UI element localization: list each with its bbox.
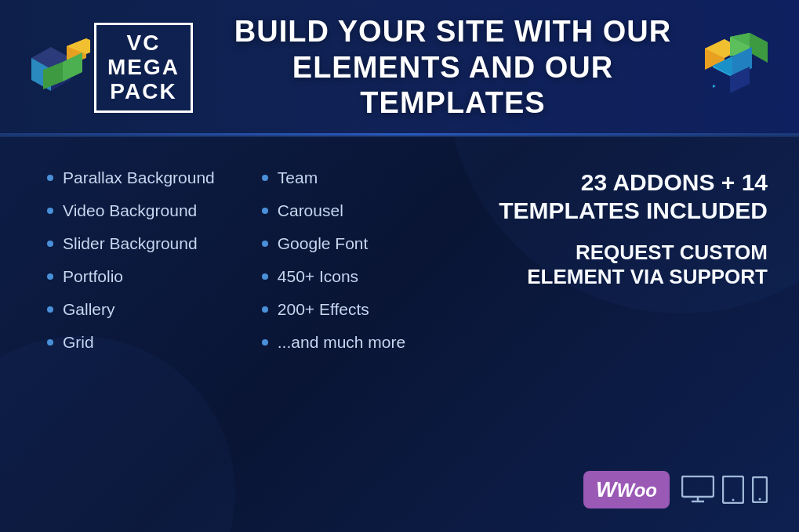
feature-label: ...and much more bbox=[278, 333, 405, 352]
bullet-icon bbox=[262, 339, 268, 346]
svg-marker-12 bbox=[750, 33, 768, 63]
feature-label: Grid bbox=[63, 333, 94, 352]
list-item: 450+ Icons bbox=[262, 267, 419, 286]
feature-label: Video Background bbox=[63, 201, 197, 220]
main-container: VC MEGA PACK BUILD YOUR SITE WITH OUR EL… bbox=[0, 0, 799, 532]
header-title: BUILD YOUR SITE WITH OUR ELEMENTS AND OU… bbox=[224, 14, 681, 121]
feature-column-2: Team Carousel Google Font 450+ Icons bbox=[262, 168, 419, 508]
list-item: Parallax Background bbox=[47, 168, 215, 187]
feature-label: Carousel bbox=[278, 201, 343, 220]
bullet-icon bbox=[262, 241, 268, 247]
stats-text: 23 ADDONS + 14 TEMPLATES INCLUDED REQUES… bbox=[499, 168, 768, 289]
feature-label: 450+ Icons bbox=[278, 267, 358, 286]
feature-label: Gallery bbox=[63, 300, 115, 319]
svg-point-24 bbox=[759, 498, 761, 501]
addons-line2: TEMPLATES INCLUDED bbox=[499, 197, 768, 223]
bullet-icon bbox=[47, 306, 53, 313]
logo-cube-icon bbox=[24, 34, 90, 101]
woo-badge: WWoo bbox=[583, 471, 670, 508]
desktop-icon bbox=[681, 476, 714, 504]
list-item: ...and much more bbox=[262, 333, 419, 352]
request-text: REQUEST CUSTOM ELEMENT VIA SUPPORT bbox=[499, 241, 768, 289]
bottom-icons: WWoo bbox=[583, 471, 768, 508]
bullet-icon bbox=[262, 306, 268, 313]
feature-label: Portfolio bbox=[63, 267, 123, 286]
svg-rect-18 bbox=[682, 476, 714, 497]
logo-pack: PACK bbox=[107, 80, 180, 104]
feature-list-2: Team Carousel Google Font 450+ Icons bbox=[262, 168, 419, 352]
list-item: Slider Background bbox=[47, 234, 215, 253]
feature-list-1: Parallax Background Video Background Sli… bbox=[47, 168, 215, 352]
list-item: 200+ Effects bbox=[262, 300, 419, 319]
request-line1: REQUEST CUSTOM bbox=[576, 241, 768, 264]
request-line2: ELEMENT VIA SUPPORT bbox=[527, 265, 768, 288]
bullet-icon bbox=[262, 175, 268, 181]
list-item: Video Background bbox=[47, 201, 215, 220]
feature-label: Google Font bbox=[278, 234, 369, 253]
feature-label: Parallax Background bbox=[63, 168, 215, 187]
list-item: Google Font bbox=[262, 234, 419, 253]
feature-label: Slider Background bbox=[63, 234, 198, 253]
bullet-icon bbox=[47, 241, 53, 247]
list-item: Team bbox=[262, 168, 419, 187]
bullet-icon bbox=[262, 208, 268, 214]
list-item: Portfolio bbox=[47, 267, 215, 286]
logo-section: VC MEGA PACK bbox=[24, 23, 193, 112]
svg-point-22 bbox=[732, 499, 735, 501]
header-right-logo-icon bbox=[697, 33, 775, 103]
list-item: Gallery bbox=[47, 300, 215, 319]
bullet-icon bbox=[47, 208, 53, 214]
feature-label: 200+ Effects bbox=[278, 300, 369, 319]
features-section: Parallax Background Video Background Sli… bbox=[47, 168, 483, 508]
logo-vc: VC bbox=[107, 31, 180, 56]
bullet-icon bbox=[47, 339, 53, 346]
phone-icon bbox=[752, 476, 768, 503]
feature-column-1: Parallax Background Video Background Sli… bbox=[47, 168, 215, 508]
tablet-icon bbox=[722, 476, 744, 504]
bullet-icon bbox=[47, 175, 53, 181]
header-line1: BUILD YOUR SITE WITH OUR bbox=[234, 15, 671, 48]
bullet-icon bbox=[47, 273, 53, 280]
header: VC MEGA PACK BUILD YOUR SITE WITH OUR EL… bbox=[0, 0, 799, 137]
woo-label: WWoo bbox=[596, 477, 657, 502]
logo-text-box: VC MEGA PACK bbox=[94, 23, 193, 112]
addons-stat: 23 ADDONS + 14 TEMPLATES INCLUDED bbox=[499, 168, 768, 225]
header-headline: BUILD YOUR SITE WITH OUR ELEMENTS AND OU… bbox=[224, 14, 681, 121]
header-line2: ELEMENTS AND OUR TEMPLATES bbox=[292, 51, 613, 120]
content-area: Parallax Background Video Background Sli… bbox=[0, 137, 799, 532]
logo-mega: MEGA bbox=[107, 56, 180, 80]
device-icons bbox=[681, 476, 768, 504]
bullet-icon bbox=[262, 273, 268, 280]
list-item: Grid bbox=[47, 333, 215, 352]
right-stats-section: 23 ADDONS + 14 TEMPLATES INCLUDED REQUES… bbox=[499, 168, 768, 508]
feature-label: Team bbox=[278, 168, 318, 187]
list-item: Carousel bbox=[262, 201, 419, 220]
addons-line1: 23 ADDONS + 14 bbox=[581, 169, 768, 195]
